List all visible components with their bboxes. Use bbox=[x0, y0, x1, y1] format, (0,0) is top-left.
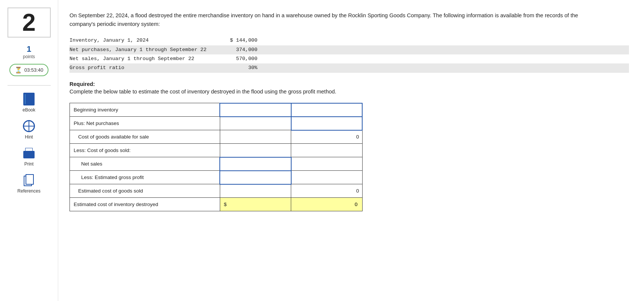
hint-icon bbox=[22, 119, 36, 133]
value-est-cogs: 0 bbox=[291, 184, 362, 198]
data-row-2: Net purchases, January 1 through Septemb… bbox=[70, 45, 629, 54]
value-beginning-inventory-field[interactable] bbox=[295, 107, 359, 113]
table-row-net-sales: Net sales bbox=[70, 157, 363, 171]
input-less-cogs-header-field[interactable] bbox=[224, 147, 287, 153]
data-label-4: Gross profit ratio bbox=[70, 63, 212, 72]
points-section: 1 points bbox=[23, 44, 35, 59]
table-row-cogs-available: Cost of goods available for sale 0 bbox=[70, 130, 363, 144]
timer-value: 03:53:40 bbox=[24, 67, 44, 73]
value-est-gross-profit bbox=[291, 171, 362, 184]
ebook-tool[interactable]: eBook bbox=[22, 92, 36, 113]
data-row-1: Inventory, January 1, 2024 $ 144,000 bbox=[70, 36, 629, 45]
references-tool[interactable]: References bbox=[17, 173, 40, 194]
input-est-cogs-field[interactable] bbox=[224, 188, 287, 194]
references-icon bbox=[22, 173, 36, 187]
data-value-2: 374,000 bbox=[227, 45, 257, 54]
timer-icon: ⏳ bbox=[15, 66, 22, 74]
print-icon bbox=[22, 146, 36, 160]
given-data-table: Inventory, January 1, 2024 $ 144,000 Net… bbox=[70, 36, 629, 72]
required-text: Complete the below table to estimate the… bbox=[70, 89, 629, 95]
label-est-gross-profit: Less: Estimated gross profit bbox=[70, 171, 220, 184]
input-net-sales[interactable] bbox=[220, 157, 291, 171]
label-est-inv-destroyed: Estimated cost of inventory destroyed bbox=[70, 198, 220, 211]
input-net-sales-field[interactable] bbox=[224, 161, 287, 167]
value-est-inv-destroyed-field[interactable] bbox=[295, 202, 359, 207]
data-label-2: Net purchases, January 1 through Septemb… bbox=[70, 45, 212, 54]
question-number: 2 bbox=[8, 8, 51, 38]
data-value-1: $ 144,000 bbox=[227, 36, 257, 45]
input-cogs-available[interactable] bbox=[220, 130, 291, 144]
dollar-sign-cell: $ bbox=[220, 198, 291, 211]
label-cogs-available: Cost of goods available for sale bbox=[70, 130, 220, 144]
value-beginning-inventory[interactable] bbox=[291, 103, 362, 117]
value-net-purchases-field[interactable] bbox=[295, 120, 359, 126]
input-less-cogs-header[interactable] bbox=[220, 144, 291, 157]
required-header: Required: bbox=[70, 81, 629, 87]
hint-label: Hint bbox=[25, 134, 33, 140]
value-net-sales-field[interactable] bbox=[295, 161, 359, 167]
print-label: Print bbox=[24, 161, 34, 167]
label-less-cogs-header: Less: Cost of goods sold: bbox=[70, 144, 220, 157]
ebook-icon bbox=[22, 92, 36, 106]
value-cogs-available: 0 bbox=[291, 130, 362, 144]
print-tool[interactable]: Print bbox=[22, 146, 36, 167]
ebook-label: eBook bbox=[23, 107, 35, 113]
table-row-est-cogs: Estimated cost of goods sold 0 bbox=[70, 184, 363, 198]
value-less-cogs-header bbox=[291, 144, 362, 157]
input-cogs-available-field[interactable] bbox=[224, 134, 287, 140]
data-row-3: Net sales, January 1 through September 2… bbox=[70, 54, 629, 63]
label-beginning-inventory: Beginning inventory bbox=[70, 103, 220, 117]
table-row-est-gross-profit: Less: Estimated gross profit bbox=[70, 171, 363, 184]
table-row-beginning-inventory: Beginning inventory bbox=[70, 103, 363, 117]
sidebar-divider bbox=[8, 85, 51, 86]
points-value: 1 bbox=[23, 44, 35, 54]
main-content: On September 22, 2024, a flood destroyed… bbox=[58, 0, 644, 301]
data-value-4: 30% bbox=[227, 63, 257, 72]
timer-box: ⏳ 03:53:40 bbox=[9, 64, 49, 76]
input-est-gross-profit[interactable] bbox=[220, 171, 291, 184]
table-row-less-cogs-header: Less: Cost of goods sold: bbox=[70, 144, 363, 157]
input-est-cogs[interactable] bbox=[220, 184, 291, 198]
data-label-1: Inventory, January 1, 2024 bbox=[70, 36, 212, 45]
data-value-3: 570,000 bbox=[227, 54, 257, 63]
data-row-4: Gross profit ratio 30% bbox=[70, 63, 629, 72]
label-net-purchases: Plus: Net purchases bbox=[70, 117, 220, 130]
input-net-purchases-field[interactable] bbox=[224, 120, 287, 126]
references-label: References bbox=[17, 188, 40, 194]
hint-tool[interactable]: Hint bbox=[22, 119, 36, 140]
input-est-gross-profit-field[interactable] bbox=[224, 175, 287, 180]
table-row-est-inv-destroyed: Estimated cost of inventory destroyed $ bbox=[70, 198, 363, 211]
sidebar: 2 1 points ⏳ 03:53:40 eBook Hint bbox=[0, 0, 58, 301]
input-beginning-inventory[interactable] bbox=[220, 103, 291, 117]
input-beginning-inventory-field[interactable] bbox=[224, 107, 287, 113]
data-label-3: Net sales, January 1 through September 2… bbox=[70, 54, 212, 63]
points-label: points bbox=[23, 54, 35, 59]
input-net-purchases[interactable] bbox=[220, 117, 291, 130]
value-est-inv-destroyed[interactable] bbox=[291, 198, 362, 211]
label-net-sales: Net sales bbox=[70, 157, 220, 171]
table-row-net-purchases: Plus: Net purchases bbox=[70, 117, 363, 130]
value-net-purchases[interactable] bbox=[291, 117, 362, 130]
problem-text: On September 22, 2024, a flood destroyed… bbox=[70, 11, 596, 29]
answer-table: Beginning inventory Plus: Net purchases bbox=[70, 103, 363, 212]
value-est-gross-profit-field[interactable] bbox=[295, 175, 359, 180]
label-est-cogs: Estimated cost of goods sold bbox=[70, 184, 220, 198]
value-net-sales bbox=[291, 157, 362, 171]
